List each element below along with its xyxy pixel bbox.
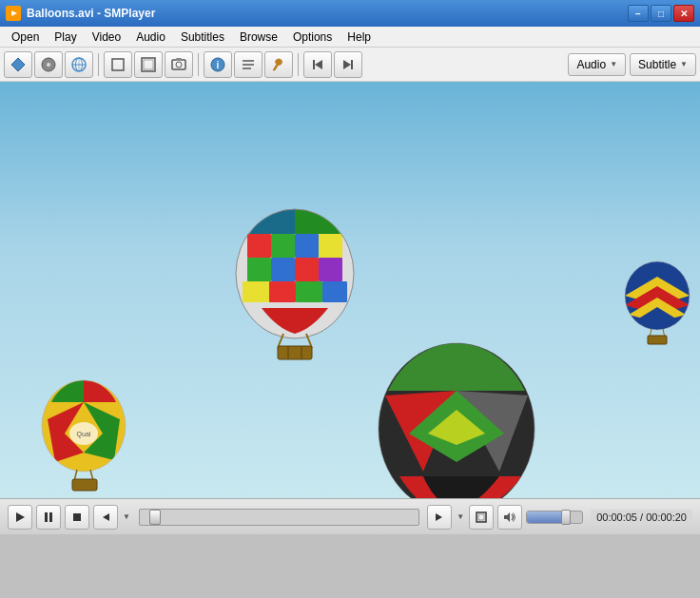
total-time: 00:00:20 bbox=[646, 511, 687, 523]
time-display: 00:00:05 / 00:00:20 bbox=[591, 510, 692, 525]
stop-button[interactable] bbox=[65, 505, 89, 530]
balloon-topright bbox=[619, 258, 690, 343]
svg-rect-21 bbox=[313, 60, 315, 69]
volume-bar[interactable] bbox=[526, 511, 583, 524]
close-button[interactable]: ✕ bbox=[673, 5, 694, 22]
pause-button[interactable] bbox=[36, 505, 61, 530]
rewind-arrow[interactable]: ▼ bbox=[122, 505, 131, 530]
toolbar-right: Audio ▼ Subtitle ▼ bbox=[568, 53, 696, 76]
subtitle-dropdown-arrow: ▼ bbox=[680, 60, 688, 68]
disc-button[interactable] bbox=[34, 51, 63, 78]
menu-help[interactable]: Help bbox=[340, 29, 379, 46]
menu-options[interactable]: Options bbox=[285, 29, 340, 46]
svg-rect-79 bbox=[478, 514, 484, 520]
svg-point-4 bbox=[47, 63, 50, 67]
svg-rect-33 bbox=[243, 281, 269, 302]
menu-open[interactable]: Open bbox=[4, 29, 47, 46]
menu-audio[interactable]: Audio bbox=[128, 29, 173, 46]
toolbar: i Audio ▼ Subtitle bbox=[0, 48, 700, 82]
svg-rect-34 bbox=[269, 281, 296, 302]
menubar: Open Play Video Audio Subtitles Browse O… bbox=[0, 27, 700, 48]
balloon-center bbox=[228, 205, 361, 353]
svg-marker-72 bbox=[16, 512, 25, 522]
svg-rect-31 bbox=[295, 258, 319, 281]
svg-rect-78 bbox=[476, 512, 486, 522]
rewind-button[interactable] bbox=[93, 505, 118, 530]
svg-text:i: i bbox=[217, 60, 220, 70]
svg-rect-26 bbox=[271, 234, 295, 258]
video-area[interactable]: Qual bbox=[0, 82, 700, 498]
screenshot-button[interactable] bbox=[165, 51, 193, 78]
info-button[interactable]: i bbox=[204, 51, 232, 78]
separator-3 bbox=[298, 53, 299, 76]
svg-rect-23 bbox=[351, 60, 353, 69]
svg-marker-20 bbox=[315, 60, 322, 69]
forward-button[interactable] bbox=[427, 505, 452, 530]
open-toolbar-button[interactable] bbox=[4, 51, 32, 78]
svg-rect-27 bbox=[295, 234, 319, 258]
separator-1 bbox=[98, 53, 99, 76]
normal-size-button[interactable] bbox=[104, 51, 132, 78]
fullscreen-button[interactable] bbox=[134, 51, 163, 78]
svg-rect-73 bbox=[45, 512, 48, 522]
audio-dropdown-arrow: ▼ bbox=[610, 60, 617, 68]
balloon-left: Qual bbox=[36, 376, 126, 486]
svg-rect-36 bbox=[322, 281, 347, 302]
menu-video[interactable]: Video bbox=[85, 29, 128, 46]
playlist-button[interactable] bbox=[234, 51, 262, 78]
menu-browse[interactable]: Browse bbox=[232, 29, 285, 46]
svg-rect-9 bbox=[112, 59, 124, 70]
subtitle-dropdown[interactable]: Subtitle ▼ bbox=[630, 53, 696, 76]
svg-rect-35 bbox=[296, 281, 322, 302]
preferences-button[interactable] bbox=[264, 51, 293, 78]
svg-rect-30 bbox=[271, 258, 295, 281]
titlebar-left: Balloons.avi - SMPlayer bbox=[6, 6, 155, 21]
svg-rect-14 bbox=[176, 58, 182, 61]
volume-button[interactable] bbox=[497, 505, 522, 530]
svg-rect-75 bbox=[73, 513, 81, 521]
minimize-button[interactable]: − bbox=[628, 5, 649, 22]
svg-marker-77 bbox=[436, 513, 442, 521]
svg-marker-2 bbox=[11, 58, 25, 71]
fullscreen-ctrl-button[interactable] bbox=[469, 505, 494, 530]
play-button[interactable] bbox=[8, 505, 32, 530]
separator-2 bbox=[198, 53, 199, 76]
audio-dropdown[interactable]: Audio ▼ bbox=[568, 53, 626, 76]
volume-fill bbox=[527, 511, 566, 523]
menu-subtitles[interactable]: Subtitles bbox=[173, 29, 232, 46]
svg-marker-22 bbox=[343, 60, 351, 69]
window-title: Balloons.avi - SMPlayer bbox=[27, 7, 155, 20]
next-button[interactable] bbox=[334, 51, 362, 78]
volume-thumb[interactable] bbox=[561, 510, 571, 525]
svg-rect-29 bbox=[247, 258, 271, 281]
current-time: 00:00:05 bbox=[596, 511, 637, 523]
svg-marker-76 bbox=[103, 513, 109, 521]
svg-rect-25 bbox=[247, 234, 271, 258]
svg-rect-28 bbox=[319, 234, 342, 258]
titlebar-controls: − □ ✕ bbox=[628, 5, 694, 22]
svg-rect-74 bbox=[49, 512, 52, 522]
controls-bar: ▼ ▼ 00:00:05 / 00:00:20 bbox=[0, 498, 700, 534]
svg-rect-40 bbox=[278, 346, 312, 359]
maximize-button[interactable]: □ bbox=[651, 5, 671, 22]
titlebar: Balloons.avi - SMPlayer − □ ✕ bbox=[0, 0, 700, 27]
prev-button[interactable] bbox=[303, 51, 332, 78]
web-button[interactable] bbox=[65, 51, 93, 78]
svg-rect-65 bbox=[648, 336, 667, 344]
forward-arrow[interactable]: ▼ bbox=[456, 505, 465, 530]
balloon-right bbox=[371, 338, 542, 498]
seek-thumb[interactable] bbox=[149, 510, 161, 525]
seek-bar[interactable] bbox=[139, 509, 419, 526]
svg-rect-32 bbox=[319, 258, 342, 281]
menu-play[interactable]: Play bbox=[47, 29, 84, 46]
svg-text:Qual: Qual bbox=[77, 431, 91, 438]
svg-point-13 bbox=[176, 62, 182, 68]
svg-rect-11 bbox=[144, 60, 153, 69]
app-icon bbox=[6, 6, 21, 21]
svg-rect-59 bbox=[72, 479, 97, 491]
svg-marker-80 bbox=[504, 512, 510, 522]
